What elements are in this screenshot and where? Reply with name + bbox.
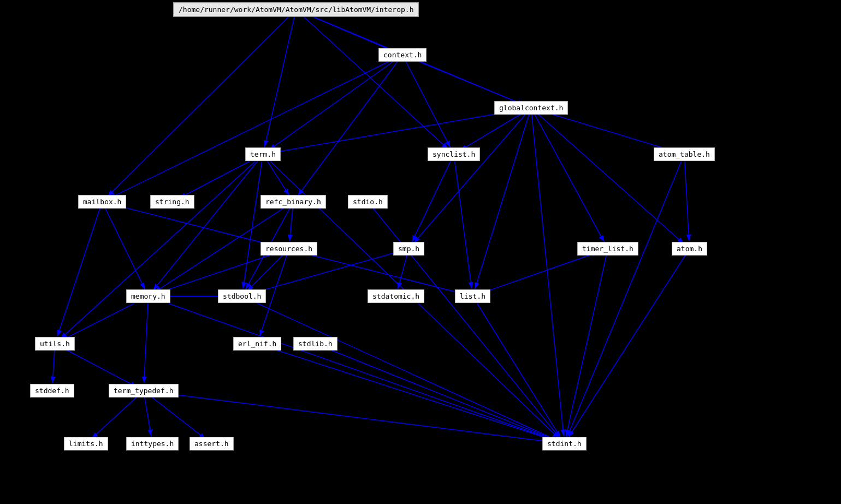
svg-line-44 bbox=[144, 297, 149, 383]
svg-line-47 bbox=[257, 344, 557, 442]
svg-line-6 bbox=[269, 55, 402, 150]
svg-line-14 bbox=[531, 108, 605, 242]
svg-line-7 bbox=[402, 55, 524, 105]
svg-line-53 bbox=[242, 297, 558, 441]
svg-line-51 bbox=[144, 391, 205, 439]
node-stdint: stdint.h bbox=[542, 437, 587, 450]
node-limits: limits.h bbox=[64, 437, 108, 450]
node-smp: smp.h bbox=[393, 242, 424, 256]
svg-line-17 bbox=[414, 108, 531, 243]
node-utils: utils.h bbox=[35, 337, 75, 351]
svg-line-55 bbox=[368, 202, 560, 438]
node-stdbool: stdbool.h bbox=[218, 289, 266, 303]
svg-line-38 bbox=[684, 155, 689, 241]
svg-line-16 bbox=[475, 108, 531, 289]
svg-line-3 bbox=[265, 10, 296, 147]
node-term: term.h bbox=[245, 147, 281, 161]
node-stdlib: stdlib.h bbox=[293, 337, 337, 351]
svg-line-19 bbox=[153, 155, 263, 290]
node-list: list.h bbox=[455, 289, 490, 303]
svg-line-4 bbox=[296, 10, 448, 150]
svg-line-5 bbox=[108, 10, 296, 197]
node-mailbox: mailbox.h bbox=[78, 195, 126, 209]
node-refc_binary: refc_binary.h bbox=[260, 195, 326, 209]
node-atom: atom.h bbox=[672, 242, 707, 256]
svg-line-26 bbox=[57, 202, 102, 337]
svg-line-48 bbox=[316, 344, 558, 441]
svg-line-25 bbox=[102, 202, 145, 289]
svg-line-18 bbox=[531, 108, 564, 436]
svg-line-52 bbox=[144, 391, 557, 443]
svg-line-39 bbox=[567, 155, 684, 437]
node-context: context.h bbox=[378, 48, 427, 62]
node-stdio: stdio.h bbox=[348, 195, 388, 209]
node-memory: memory.h bbox=[126, 289, 170, 303]
node-assert: assert.h bbox=[189, 437, 234, 450]
node-globalcontext: globalcontext.h bbox=[494, 101, 568, 115]
svg-line-12 bbox=[270, 108, 531, 153]
node-stddef: stddef.h bbox=[30, 384, 74, 398]
svg-line-22 bbox=[243, 155, 263, 289]
svg-line-9 bbox=[402, 55, 451, 148]
svg-line-43 bbox=[149, 297, 558, 441]
node-stdatomic: stdatomic.h bbox=[368, 289, 424, 303]
svg-line-37 bbox=[566, 249, 608, 436]
svg-line-8 bbox=[109, 55, 402, 199]
node-timer_list: timer_list.h bbox=[577, 242, 638, 256]
svg-line-10 bbox=[298, 55, 402, 196]
svg-line-40 bbox=[568, 249, 689, 437]
svg-line-56 bbox=[454, 155, 472, 289]
node-synclist: synclist.h bbox=[428, 147, 480, 161]
node-inttypes: inttypes.h bbox=[126, 437, 179, 450]
svg-line-15 bbox=[531, 108, 684, 244]
node-string: string.h bbox=[150, 195, 194, 209]
node-erl_nif: erl_nif.h bbox=[233, 337, 281, 351]
node-term_typedef: term_typedef.h bbox=[109, 384, 179, 398]
node-atom_table: atom_table.h bbox=[654, 147, 715, 161]
node-resources: resources.h bbox=[260, 242, 317, 256]
graph-container: /home/runner/work/AtomVM/AtomVM/src/libA… bbox=[0, 0, 841, 504]
node-interop: /home/runner/work/AtomVM/AtomVM/src/libA… bbox=[173, 2, 419, 17]
svg-line-54 bbox=[473, 297, 561, 437]
svg-line-57 bbox=[412, 155, 454, 242]
svg-line-49 bbox=[92, 391, 144, 439]
svg-line-23 bbox=[61, 155, 263, 339]
